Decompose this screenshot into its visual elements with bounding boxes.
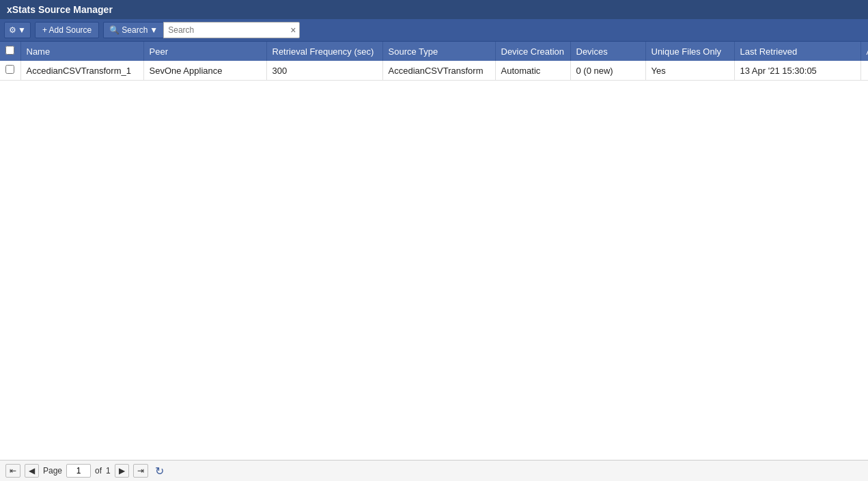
header-devices[interactable]: Devices <box>570 42 645 61</box>
cell-sourcetype: AccedianCSVTransform <box>382 61 495 81</box>
header-device-creation[interactable]: Device Creation <box>495 42 570 61</box>
search-type-label: Search <box>122 25 148 35</box>
cell-actions <box>860 61 868 81</box>
gear-dropdown-arrow: ▼ <box>18 25 26 35</box>
row-checkbox[interactable] <box>5 65 14 74</box>
gear-button[interactable]: ⚙ ▼ <box>4 22 31 38</box>
page-input[interactable] <box>66 464 91 478</box>
search-clear-button[interactable]: × <box>287 24 299 36</box>
prev-page-button[interactable]: ◀ <box>25 464 39 478</box>
gear-icon: ⚙ <box>9 25 16 35</box>
select-all-checkbox[interactable] <box>5 46 14 55</box>
cell-devices: 0 (0 new) <box>570 61 645 81</box>
first-page-button[interactable]: ⇤ <box>5 464 20 478</box>
table-body: AccedianCSVTransform_1SevOne Appliance30… <box>0 61 868 81</box>
table-container: Name Peer Retrieval Frequency (sec) Sour… <box>0 42 868 460</box>
cell-retrievalfreq: 300 <box>266 61 382 81</box>
header-checkbox-col[interactable] <box>0 42 20 61</box>
cell-uniquefilesonly: Yes <box>645 61 734 81</box>
search-group: 🔍 Search ▼ × <box>103 22 300 38</box>
cell-peer: SevOne Appliance <box>143 61 266 81</box>
header-retrieval-freq[interactable]: Retrieval Frequency (sec) <box>266 42 382 61</box>
header-last-retrieved[interactable]: Last Retrieved <box>734 42 860 61</box>
table-header-row: Name Peer Retrieval Frequency (sec) Sour… <box>0 42 868 61</box>
header-name[interactable]: Name <box>20 42 143 61</box>
title-text: xStats Source Manager <box>7 4 113 15</box>
header-unique-files-only[interactable]: Unique Files Only <box>645 42 734 61</box>
last-page-button[interactable]: ⇥ <box>133 464 148 478</box>
cell-lastretrieved: 13 Apr '21 15:30:05 <box>734 61 860 81</box>
add-source-button[interactable]: + Add Source <box>35 22 99 38</box>
header-actions[interactable]: Actions <box>860 42 868 61</box>
search-input-wrapper: × <box>163 22 300 38</box>
page-label: Page <box>43 466 62 476</box>
footer: ⇤ ◀ Page of 1 ▶ ⇥ ↻ <box>0 460 868 481</box>
next-page-button[interactable]: ▶ <box>115 464 129 478</box>
search-icon: 🔍 <box>109 25 120 35</box>
header-peer[interactable]: Peer <box>143 42 266 61</box>
sources-table: Name Peer Retrieval Frequency (sec) Sour… <box>0 42 868 81</box>
of-label: of <box>95 466 102 476</box>
cell-name: AccedianCSVTransform_1 <box>20 61 143 81</box>
search-type-arrow: ▼ <box>150 25 158 35</box>
toolbar: ⚙ ▼ + Add Source 🔍 Search ▼ × <box>0 19 868 42</box>
refresh-button[interactable]: ↻ <box>155 465 164 478</box>
search-input[interactable] <box>164 23 287 38</box>
total-pages: 1 <box>106 466 111 476</box>
header-source-type[interactable]: Source Type <box>382 42 495 61</box>
row-checkbox-cell <box>0 61 20 81</box>
cell-devicecreation: Automatic <box>495 61 570 81</box>
table-row: AccedianCSVTransform_1SevOne Appliance30… <box>0 61 868 81</box>
search-type-button[interactable]: 🔍 Search ▼ <box>103 22 163 38</box>
title-bar: xStats Source Manager <box>0 0 868 19</box>
